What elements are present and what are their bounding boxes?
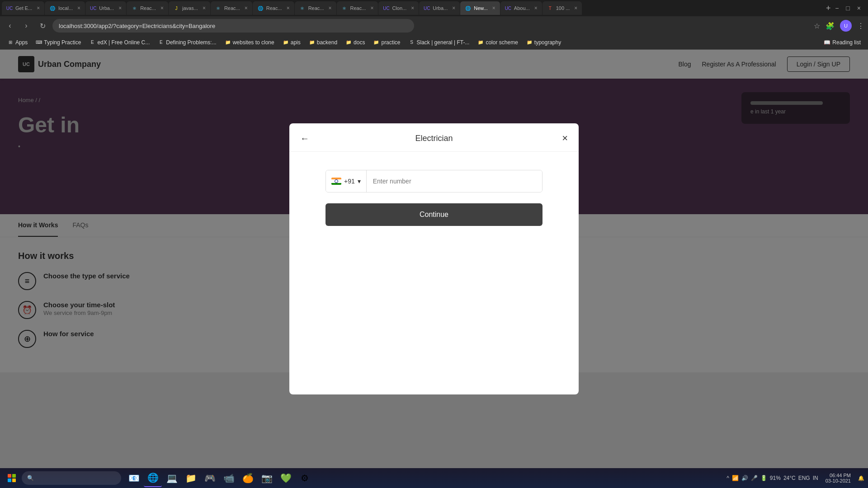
taskbar: 🔍 📧🌐💻📁🎮📹🍊📷💚⚙ ^ 📶 🔊 🎤 🔋 91% 24°C ENG IN 0… (0, 468, 868, 488)
bookmark-colorscheme[interactable]: 📁color scheme (474, 38, 521, 47)
browser-tab-11[interactable]: UC Urba... × (419, 1, 460, 15)
reload-button[interactable]: ↻ (36, 19, 49, 32)
flag-green (331, 183, 341, 185)
tab-close-icon[interactable]: × (118, 5, 122, 11)
start-button[interactable] (4, 470, 20, 486)
browser-tab-6[interactable]: ⚛ Reac... × (211, 1, 252, 15)
lang-primary: ENG (798, 475, 810, 481)
tab-label: javas... (182, 5, 198, 11)
browser-tab-8[interactable]: ⚛ Reac... × (295, 1, 336, 15)
taskbar-app-vscode[interactable]: 💻 (163, 469, 181, 487)
bookmark-favicon-backend: 📁 (309, 39, 315, 46)
taskbar-app-settings[interactable]: ⚙ (296, 469, 314, 487)
tab-close-icon[interactable]: × (534, 5, 538, 11)
bookmark-icon[interactable]: ☆ (814, 22, 820, 30)
tab-close-icon[interactable]: × (574, 5, 577, 11)
taskbar-app-slack[interactable]: 💚 (277, 469, 295, 487)
tab-close-icon[interactable]: × (452, 5, 455, 11)
modal-overlay[interactable]: ← Electrician × +91 ▾ (0, 50, 868, 468)
maximize-icon[interactable]: □ (846, 5, 849, 12)
tab-close-icon[interactable]: × (37, 5, 40, 11)
tab-close-icon[interactable]: × (411, 5, 414, 11)
tab-favicon: UC (383, 5, 389, 11)
bookmark-defining[interactable]: EDefining Problems:... (154, 38, 220, 47)
taskbar-app-explorer[interactable]: 📁 (182, 469, 200, 487)
browser-tab-9[interactable]: ⚛ Reac... × (337, 1, 378, 15)
tab-label: Urba... (433, 5, 448, 11)
bookmark-typing[interactable]: ⌨Typing Practice (32, 38, 85, 47)
browser-tab-3[interactable]: UC Urba... × (85, 1, 126, 15)
taskbar-app-camera[interactable]: 📷 (258, 469, 276, 487)
tab-label: Reac... (266, 5, 282, 11)
clock[interactable]: 06:44 PM 03-10-2021 (822, 473, 854, 483)
continue-button[interactable]: Continue (326, 203, 542, 226)
bookmark-websites[interactable]: 📁websites to clone (221, 38, 278, 47)
tab-close-icon[interactable]: × (329, 5, 332, 11)
close-icon[interactable]: × (857, 5, 861, 12)
browser-tab-5[interactable]: J javas... × (169, 1, 210, 15)
tab-favicon: UC (505, 5, 511, 11)
tab-favicon: ⚛ (215, 5, 222, 11)
taskbar-app-zoom[interactable]: 📹 (220, 469, 238, 487)
taskbar-app-mail[interactable]: 📧 (125, 469, 143, 487)
taskbar-app-browser[interactable]: 🌐 (144, 469, 162, 487)
tab-close-icon[interactable]: × (160, 5, 164, 11)
back-button[interactable]: ‹ (4, 19, 16, 32)
tab-favicon: UC (90, 5, 96, 11)
modal-close-button[interactable]: × (562, 132, 568, 144)
taskbar-apps: 📧🌐💻📁🎮📹🍊📷💚⚙ (125, 469, 314, 487)
bookmark-favicon-slack: S (408, 39, 415, 46)
notification-icon[interactable]: 🔔 (858, 475, 864, 481)
tab-close-icon[interactable]: × (203, 5, 206, 11)
browser-tab-7[interactable]: 🌐 Reac... × (253, 1, 294, 15)
country-selector[interactable]: +91 ▾ (326, 170, 367, 192)
bookmark-label-typography: typography (534, 39, 561, 46)
bookmark-edx[interactable]: EedX | Free Online C... (85, 38, 153, 47)
browser-tab-14[interactable]: T 100 ... × (542, 1, 582, 15)
taskbar-app-app1[interactable]: 🍊 (239, 469, 257, 487)
bookmark-slack[interactable]: SSlack | general | FT-... (405, 38, 473, 47)
taskbar-search[interactable]: 🔍 (22, 471, 121, 485)
bookmark-apps[interactable]: ⊞Apps (4, 38, 31, 47)
phone-number-input[interactable] (367, 170, 542, 192)
bookmark-practice[interactable]: 📁practice (369, 38, 404, 47)
bookmark-backend[interactable]: 📁backend (305, 38, 341, 47)
tab-close-icon[interactable]: × (492, 5, 495, 11)
browser-tab-4[interactable]: ⚛ Reac... × (127, 1, 168, 15)
tab-close-icon[interactable]: × (287, 5, 290, 11)
bookmark-favicon-websites: 📁 (225, 39, 231, 46)
tab-close-icon[interactable]: × (245, 5, 248, 11)
minimize-icon[interactable]: − (835, 5, 839, 12)
address-bar[interactable]: localhost:3000/app2/?category=Electricia… (52, 19, 414, 33)
modal-back-button[interactable]: ← (300, 133, 309, 144)
extensions-icon[interactable]: 🧩 (826, 22, 835, 30)
bookmark-docs[interactable]: 📁docs (342, 38, 368, 47)
new-tab-button[interactable]: + (822, 2, 835, 14)
temp: 24°C (783, 475, 796, 481)
window-controls: − □ × (835, 5, 866, 12)
systray: ^ 📶 🔊 🎤 🔋 91% 24°C ENG IN (726, 475, 818, 481)
forward-button[interactable]: › (20, 19, 33, 32)
page-area: UC Urban Company Blog Register As A Prof… (0, 50, 868, 468)
win-q4 (12, 479, 16, 482)
browser-tab-12[interactable]: 🌐 New... × (460, 1, 500, 15)
bookmark-favicon-typing: ⌨ (36, 39, 42, 46)
browser-tab-10[interactable]: UC Clon... × (378, 1, 419, 15)
browser-tab-13[interactable]: UC Abou... × (500, 1, 542, 15)
tab-favicon: ⚛ (299, 5, 306, 11)
tab-close-icon[interactable]: × (77, 5, 80, 11)
address-bar-row: ‹ › ↻ localhost:3000/app2/?category=Elec… (0, 16, 868, 35)
bookmark-typography[interactable]: 📁typography (523, 38, 565, 47)
bookmark-apis[interactable]: 📁apis (279, 38, 304, 47)
profile-avatar[interactable]: U (840, 20, 852, 32)
taskbar-right: ^ 📶 🔊 🎤 🔋 91% 24°C ENG IN 06:44 PM 03-10… (726, 473, 864, 483)
browser-tab-2[interactable]: 🌐 local... × (45, 1, 85, 15)
bookmark-reading[interactable]: 📖Reading list (820, 38, 864, 47)
bookmark-label-websites: websites to clone (233, 39, 274, 46)
menu-icon[interactable]: ⋮ (857, 22, 864, 30)
bookmark-label-typing: Typing Practice (44, 39, 81, 46)
tab-close-icon[interactable]: × (370, 5, 373, 11)
taskbar-app-game[interactable]: 🎮 (201, 469, 219, 487)
expand-icon[interactable]: ^ (726, 475, 729, 481)
browser-tab-1[interactable]: UC Get E... × (2, 1, 44, 15)
